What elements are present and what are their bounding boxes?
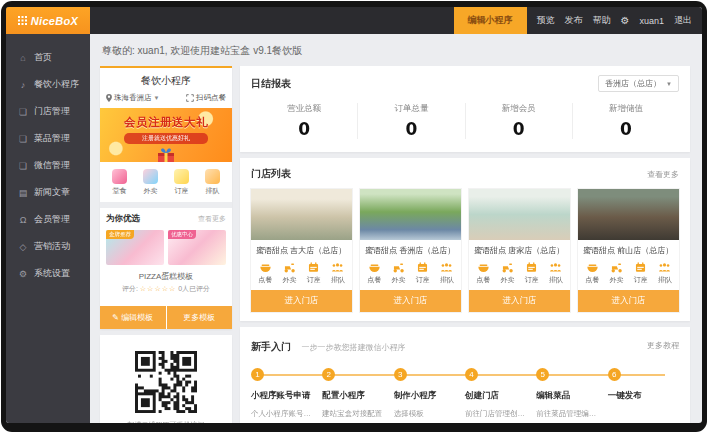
sidebar-item-marketing[interactable]: ◇ 营销活动 (6, 233, 90, 260)
quick-action-queue[interactable]: 排队 (197, 169, 228, 196)
scan-order-link[interactable]: 扫码点餐 (186, 93, 226, 103)
step-number-badge: 4 (465, 368, 478, 381)
topbar: NiceBoX 编辑小程序 预览 发布 帮助 ⚙ xuan1 退出 (6, 7, 702, 34)
gift-icon (155, 147, 177, 162)
store-actions: 点餐外卖订座排队 (251, 259, 352, 290)
store-action-0[interactable]: 点餐 (362, 261, 386, 285)
queue-people-icon (658, 261, 671, 274)
store-action-2[interactable]: 订座 (302, 261, 326, 285)
dish-icon: ❏ (18, 134, 28, 144)
phone-preview-card: 餐饮小程序 珠海香洲店 ▼ 扫码点餐 (100, 66, 232, 329)
username-label[interactable]: xuan1 (639, 16, 664, 26)
step-detail: 建站宝盒对接配置 (322, 409, 389, 419)
scan-icon (186, 94, 194, 102)
miniprogram-icon: ♪ (18, 80, 28, 90)
store-action-1[interactable]: 外卖 (495, 261, 519, 285)
store-filter-select[interactable]: 香洲店（总店） ▼ (598, 75, 679, 92)
store-action-2[interactable]: 订座 (411, 261, 435, 285)
location-selector[interactable]: 珠海香洲店 ▼ (106, 93, 159, 103)
logout-link[interactable]: 退出 (674, 14, 692, 27)
store-action-1[interactable]: 外卖 (277, 261, 301, 285)
home-icon: ⌂ (18, 53, 28, 63)
takeout-icon (392, 261, 405, 274)
guide-step-1: 1小程序账号申请个人小程序账号注册企业小程序账号注册、认证微信公众号注册、认证小… (251, 368, 322, 423)
pick-image-2: 优惠中心 (168, 230, 226, 265)
booking-icon (634, 261, 647, 274)
edit-template-button[interactable]: ✎ 编辑模板 (100, 306, 166, 329)
queue-people-icon (331, 261, 344, 274)
quick-action-dinein[interactable]: 堂食 (104, 169, 135, 196)
queue-people-icon (549, 261, 562, 274)
report-title: 日结报表 (251, 77, 291, 91)
store-actions: 点餐外卖订座排队 (360, 259, 461, 290)
store-action-3[interactable]: 排队 (435, 261, 459, 285)
publish-link[interactable]: 发布 (565, 14, 583, 27)
step-title: 一键发布 (608, 390, 675, 402)
store-card: 蜜语甜点 唐家店（总店）点餐外卖订座排队进入门店 (469, 189, 570, 312)
sidebar-item-home[interactable]: ⌂ 首页 (6, 44, 90, 71)
sidebar: ⌂ 首页 ♪ 餐饮小程序 ❏ 门店管理 ❏ 菜品管理 ❏ 微信管理 ▤ 新闻文章 (6, 34, 90, 423)
qr-code (135, 351, 197, 413)
quick-action-reserve[interactable]: 订座 (166, 169, 197, 196)
phone-title: 餐饮小程序 (100, 68, 232, 93)
beginner-guide-card: 新手入门 一步一步教您搭建微信小程序 更多教程 1小程序账号申请个人小程序账号注… (240, 327, 690, 423)
metric-orders: 订单总量 0 (357, 103, 464, 139)
sidebar-item-system-settings[interactable]: ⚙ 系统设置 (6, 260, 90, 287)
takeout-icon (610, 261, 623, 274)
greeting-text: 尊敬的: xuan1, 欢迎使用建站宝盒 v9.1餐饮版 (102, 44, 690, 58)
article-icon: ▤ (18, 188, 28, 198)
store-photo (251, 189, 352, 240)
template-rating: 评分: ☆☆☆☆☆ 0人已评分 (106, 284, 226, 294)
edit-miniprogram-button[interactable]: 编辑小程序 (454, 7, 527, 34)
preview-link[interactable]: 预览 (537, 14, 555, 27)
step-detail: 选择模板 (394, 409, 461, 419)
order-food-icon (586, 261, 599, 274)
store-action-0[interactable]: 点餐 (471, 261, 495, 285)
guide-step-2: 2配置小程序建站宝盒对接配置微信开发工具配置 (322, 368, 393, 423)
store-action-1[interactable]: 外卖 (604, 261, 628, 285)
store-action-0[interactable]: 点餐 (580, 261, 604, 285)
quick-action-delivery[interactable]: 外卖 (135, 169, 166, 196)
store-action-1[interactable]: 外卖 (386, 261, 410, 285)
store-list-more-link[interactable]: 查看更多 (647, 169, 679, 180)
sidebar-item-dish-management[interactable]: ❏ 菜品管理 (6, 125, 90, 152)
pick-image-1: 金牌推荐 (106, 230, 164, 265)
sidebar-item-member-management[interactable]: Ω 会员管理 (6, 206, 90, 233)
enter-store-button[interactable]: 进入门店 (578, 290, 679, 312)
sidebar-item-store-management[interactable]: ❏ 门店管理 (6, 98, 90, 125)
settings-icon: ⚙ (18, 269, 28, 279)
store-action-3[interactable]: 排队 (653, 261, 677, 285)
store-photo (578, 189, 679, 240)
star-rating: ☆☆☆☆☆ (140, 285, 176, 292)
chevron-down-icon: ▼ (154, 95, 160, 101)
store-action-3[interactable]: 排队 (544, 261, 568, 285)
store-photo (360, 189, 461, 240)
takeout-icon (501, 261, 514, 274)
sidebar-item-wechat-management[interactable]: ❏ 微信管理 (6, 152, 90, 179)
booking-icon (416, 261, 429, 274)
picks-more-link[interactable]: 查看更多 (198, 214, 226, 224)
enter-store-button[interactable]: 进入门店 (360, 290, 461, 312)
topbar-spacer (90, 7, 454, 34)
help-link[interactable]: 帮助 (593, 14, 611, 27)
sidebar-item-restaurant-miniprogram[interactable]: ♪ 餐饮小程序 (6, 71, 90, 98)
picks-title: 为你优选 (106, 213, 140, 225)
gear-icon[interactable]: ⚙ (621, 15, 630, 26)
chevron-down-icon: ▼ (666, 81, 672, 87)
step-number-badge: 2 (322, 368, 335, 381)
store-card: 蜜语甜点 前山店（总店）点餐外卖订座排队进入门店 (578, 189, 679, 312)
guide-more-link[interactable]: 更多教程 (647, 340, 679, 351)
enter-store-button[interactable]: 进入门店 (469, 290, 570, 312)
template-name: PIZZA蛋糕模板 (106, 271, 226, 282)
sidebar-item-news-articles[interactable]: ▤ 新闻文章 (6, 179, 90, 206)
store-action-0[interactable]: 点餐 (253, 261, 277, 285)
store-action-2[interactable]: 订座 (520, 261, 544, 285)
dashboard-column: 日结报表 香洲店（总店） ▼ 营业总额 0 (240, 66, 690, 415)
metric-new-members: 新增会员 0 (465, 103, 572, 139)
order-food-icon (259, 261, 272, 274)
more-templates-button[interactable]: 更多模板 (167, 306, 233, 329)
store-action-3[interactable]: 排队 (326, 261, 350, 285)
store-action-2[interactable]: 订座 (629, 261, 653, 285)
step-number-badge: 1 (251, 368, 264, 381)
enter-store-button[interactable]: 进入门店 (251, 290, 352, 312)
